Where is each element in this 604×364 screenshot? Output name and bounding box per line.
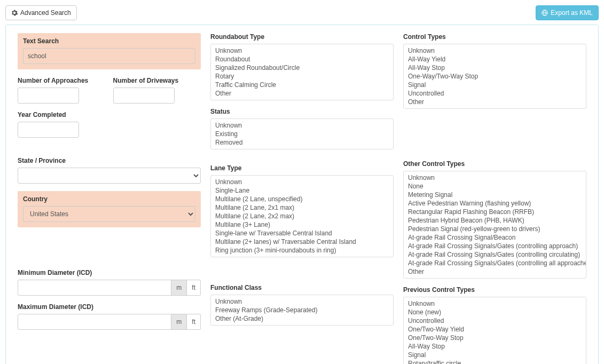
list-option[interactable]: Other (At-Grade) <box>213 314 391 323</box>
list-option[interactable]: At-grade Rail Crossing Signal/Beacon <box>406 233 584 242</box>
control-types-label: Control Types <box>403 33 586 41</box>
list-option[interactable]: None (new) <box>406 308 584 316</box>
list-option[interactable]: Unknown <box>213 121 391 130</box>
prev-control-label: Previous Control Types <box>403 286 586 294</box>
list-option[interactable]: One/Two-Way Yield <box>406 325 584 334</box>
list-option[interactable]: Existing <box>213 130 391 138</box>
list-option[interactable]: Signal <box>406 351 584 359</box>
list-option[interactable]: All-Way Stop <box>406 342 584 351</box>
text-search-label: Text Search <box>23 37 195 45</box>
export-kml-label: Export as KML <box>551 9 593 17</box>
state-province-label: State / Province <box>18 157 201 164</box>
other-control-label: Other Control Types <box>403 160 586 168</box>
max-diameter-unit-ft[interactable]: ft <box>187 314 201 330</box>
export-kml-button[interactable]: Export as KML <box>536 5 599 20</box>
list-option[interactable]: Metering Signal <box>406 191 584 199</box>
list-option[interactable]: Unknown <box>213 178 391 186</box>
list-option[interactable]: Uncontrolled <box>406 89 584 98</box>
list-option[interactable]: Freeway Ramps (Grade-Separated) <box>213 306 391 314</box>
list-option[interactable]: Signal <box>406 81 584 89</box>
min-diameter-input[interactable] <box>18 280 171 296</box>
list-option[interactable]: None <box>406 182 584 191</box>
num-driveways-label: Number of Driveways <box>113 77 201 84</box>
num-approaches-label: Number of Approaches <box>18 77 106 84</box>
min-diameter-unit-ft[interactable]: ft <box>187 280 201 296</box>
text-search-input[interactable] <box>23 48 195 64</box>
lane-type-label: Lane Type <box>210 164 394 172</box>
list-option[interactable]: One-Way/Two-Way Stop <box>406 72 584 81</box>
year-completed-label: Year Completed <box>18 111 201 118</box>
list-option[interactable]: Unknown <box>213 297 391 306</box>
list-option[interactable]: All-Way Stop <box>406 64 584 72</box>
list-option[interactable]: Pedestrian Hybrid Beacon (PHB, HAWK) <box>406 216 584 225</box>
max-diameter-unit-m[interactable]: m <box>171 314 187 330</box>
list-option[interactable]: Multilane (2 Lane, unspecified) <box>213 195 391 203</box>
list-option[interactable]: At-grade Rail Crossing Signals/Gates (co… <box>406 259 584 267</box>
globe-icon <box>542 10 548 16</box>
max-diameter-label: Maximum Diameter (ICD) <box>18 303 201 311</box>
num-approaches-input[interactable] <box>18 88 79 104</box>
list-option[interactable]: Unknown <box>406 46 584 55</box>
list-option[interactable]: Active Pedestrian Warning (flashing yell… <box>406 199 584 208</box>
list-option[interactable]: At-grade Rail Crossing Signals/Gates (co… <box>406 242 584 250</box>
list-option[interactable]: Removed <box>213 138 391 147</box>
other-control-list[interactable]: UnknownNoneMetering SignalActive Pedestr… <box>403 171 586 279</box>
list-option[interactable]: All-Way Yield <box>406 55 584 64</box>
list-option[interactable]: Ring junction (3+ mini-roundabouts in ri… <box>213 246 391 255</box>
functional-class-label: Functional Class <box>210 284 394 291</box>
state-province-select[interactable] <box>18 168 201 184</box>
list-option[interactable]: Other <box>406 267 584 276</box>
min-diameter-label: Minimum Diameter (ICD) <box>18 269 201 276</box>
list-option[interactable]: Uncontrolled <box>406 316 584 325</box>
list-option[interactable]: Rotary <box>213 72 391 81</box>
list-option[interactable]: Single-lane w/ Traversable Central Islan… <box>213 229 391 238</box>
search-panel: Text Search Number of Approaches Number … <box>5 25 599 364</box>
prev-control-list[interactable]: UnknownNone (new)UncontrolledOne/Two-Way… <box>403 297 586 364</box>
max-diameter-input[interactable] <box>18 314 171 330</box>
gear-icon <box>11 10 18 16</box>
list-option[interactable]: Other <box>213 89 391 98</box>
min-diameter-unit-m[interactable]: m <box>171 280 187 296</box>
list-option[interactable]: Single-Lane <box>213 186 391 195</box>
country-select[interactable]: United States <box>23 206 195 222</box>
control-types-list[interactable]: UnknownAll-Way YieldAll-Way StopOne-Way/… <box>403 44 586 109</box>
list-option[interactable]: Unknown <box>213 46 391 55</box>
list-option[interactable]: Traffic Calming Circle <box>213 81 391 89</box>
list-option[interactable]: Pedestrian Signal (red-yellow-green to d… <box>406 225 584 233</box>
list-option[interactable]: Unknown <box>406 173 584 182</box>
list-option[interactable]: Multilane (3+ Lane) <box>213 220 391 229</box>
country-label: Country <box>23 195 195 203</box>
status-list[interactable]: UnknownExistingRemoved <box>210 118 394 149</box>
list-option[interactable]: At-grade Rail Crossing Signals/Gates (co… <box>406 250 584 259</box>
advanced-search-button[interactable]: Advanced Search <box>5 5 77 20</box>
status-label: Status <box>210 108 394 115</box>
list-option[interactable]: Multilane (2 Lane, 2x1 max) <box>213 203 391 212</box>
lane-type-list[interactable]: UnknownSingle-LaneMultilane (2 Lane, uns… <box>210 175 394 257</box>
roundabout-type-list[interactable]: UnknownRoundaboutSignalized Roundabout/C… <box>210 44 394 100</box>
list-option[interactable]: Other <box>406 98 584 106</box>
list-option[interactable]: Multilane (2 Lane, 2x2 max) <box>213 212 391 220</box>
list-option[interactable]: Roundabout <box>213 55 391 64</box>
list-option[interactable]: Unknown <box>406 299 584 308</box>
roundabout-type-label: Roundabout Type <box>210 33 394 41</box>
functional-class-list[interactable]: UnknownFreeway Ramps (Grade-Separated)Ot… <box>210 295 394 326</box>
list-option[interactable]: One/Two-Way Stop <box>406 334 584 342</box>
list-option[interactable]: Multilane (2+ lanes) w/ Traversable Cent… <box>213 238 391 246</box>
list-option[interactable]: Rectangular Rapid Flashing Beacon (RRFB) <box>406 208 584 216</box>
num-driveways-input[interactable] <box>113 88 175 104</box>
year-completed-input[interactable] <box>18 122 79 138</box>
advanced-search-label: Advanced Search <box>20 9 71 17</box>
list-option[interactable]: Rotary/traffic circle <box>406 359 584 364</box>
text-search-group: Text Search <box>18 33 201 69</box>
list-option[interactable]: Signalized Roundabout/Circle <box>213 64 391 72</box>
country-group: Country United States <box>18 191 201 227</box>
